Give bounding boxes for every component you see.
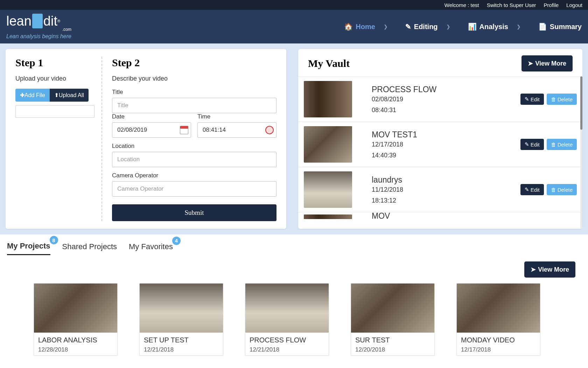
profile-link[interactable]: Profile <box>544 2 559 8</box>
arrow-right-circle-icon: ➤ <box>531 266 536 273</box>
logo[interactable]: leandit® .com Lean analysis begins here <box>6 14 71 40</box>
projects-section: My Projects 8 Shared Projects My Favorit… <box>0 234 588 363</box>
chevron-right-icon[interactable]: ❯ <box>384 24 388 29</box>
vault-item[interactable]: MOV TEST1 12/17/2018 14:40:39 ✎ Edit 🗑 D… <box>298 122 582 167</box>
film-icon <box>32 14 43 28</box>
trash-icon: 🗑 <box>551 142 556 148</box>
time-label: Time <box>197 113 276 120</box>
edit-button[interactable]: ✎ Edit <box>520 139 544 150</box>
vault-item-time: 18:13:12 <box>372 197 520 204</box>
tab-my-favorites[interactable]: My Favorites 4 <box>129 239 173 255</box>
switch-user-link[interactable]: Switch to Super User <box>487 2 536 8</box>
add-file-button[interactable]: ✚ Add File <box>15 89 50 102</box>
project-card[interactable]: MONDAY VIDEO 12/17/2018 <box>456 283 540 356</box>
upload-icon: ⬆ <box>54 92 59 98</box>
project-thumbnail <box>351 284 434 333</box>
edit-icon: ✎ <box>405 22 411 31</box>
step1-subtitle: Upload your video <box>15 75 94 82</box>
badge: 8 <box>50 236 58 244</box>
chevron-right-icon[interactable]: ❯ <box>446 24 450 29</box>
pencil-icon: ✎ <box>525 96 529 102</box>
clock-icon[interactable] <box>265 126 274 134</box>
project-date: 12/17/2018 <box>461 346 536 353</box>
title-input[interactable] <box>112 98 276 113</box>
operator-label: Camera Operator <box>112 172 276 179</box>
trash-icon: 🗑 <box>551 96 556 102</box>
chevron-right-icon[interactable]: ❯ <box>517 24 521 29</box>
home-icon: 🏠 <box>344 22 353 31</box>
operator-input[interactable] <box>112 181 276 197</box>
project-thumbnail <box>140 284 223 333</box>
project-thumbnail <box>457 284 540 333</box>
vault-item[interactable]: PROCESS FLOW 02/08/2019 08:40:31 ✎ Edit … <box>298 76 582 122</box>
nav-analysis[interactable]: 📊Analysis <box>468 22 508 31</box>
vault-item[interactable]: MOV <box>298 212 582 219</box>
time-input[interactable] <box>197 122 276 138</box>
vault-item-time: 08:40:31 <box>372 107 520 114</box>
scrollbar[interactable] <box>580 76 582 229</box>
date-input[interactable] <box>112 122 191 138</box>
calendar-icon[interactable] <box>180 126 188 134</box>
vault-item-date: 11/12/2018 <box>372 186 520 193</box>
welcome-text: Welcome : test <box>444 2 479 8</box>
logout-link[interactable]: Logout <box>566 2 582 8</box>
location-label: Location <box>112 143 276 150</box>
edit-button[interactable]: ✎ Edit <box>520 94 544 105</box>
project-title: SUR TEST <box>355 336 430 344</box>
tabs: My Projects 8 Shared Projects My Favorit… <box>7 238 581 255</box>
trash-icon: 🗑 <box>551 187 556 193</box>
vault-view-more-button[interactable]: ➤View More <box>522 55 573 71</box>
project-card[interactable]: SUR TEST 12/20/2018 <box>351 283 435 356</box>
location-input[interactable] <box>112 152 276 167</box>
title-label: Title <box>112 89 276 96</box>
pencil-icon: ✎ <box>525 141 529 148</box>
vault-item-name: PROCESS FLOW <box>372 85 520 94</box>
vault-list[interactable]: PROCESS FLOW 02/08/2019 08:40:31 ✎ Edit … <box>298 76 582 229</box>
vault-item-name: MOV TEST1 <box>372 130 520 139</box>
vault-thumbnail <box>304 171 352 208</box>
plus-icon: ✚ <box>20 92 24 98</box>
vault-item-time: 14:40:39 <box>372 152 520 159</box>
vault-card: My Vault ➤View More PROCESS FLOW 02/08/2… <box>298 49 582 229</box>
project-date: 12/21/2018 <box>144 346 219 353</box>
project-title: LABOR ANALYSIS <box>38 336 113 344</box>
project-date: 12/21/2018 <box>250 346 324 353</box>
nav-editing[interactable]: ✎Editing <box>405 22 438 31</box>
project-card[interactable]: PROCESS FLOW 12/21/2018 <box>245 283 329 356</box>
navbar: leandit® .com Lean analysis begins here … <box>0 10 588 43</box>
project-title: SET UP TEST <box>144 336 219 344</box>
nav-summary[interactable]: 📄Summary <box>538 22 582 31</box>
project-card[interactable]: LABOR ANALYSIS 12/28/2018 <box>34 283 118 356</box>
arrow-right-circle-icon: ➤ <box>528 60 533 67</box>
nav-home[interactable]: 🏠Home <box>344 22 375 31</box>
step2-title: Step 2 <box>112 57 276 69</box>
date-label: Date <box>112 113 191 120</box>
file-list <box>15 105 94 118</box>
topbar: Welcome : test Switch to Super User Prof… <box>0 0 588 10</box>
vault-item[interactable]: laundrys 11/12/2018 18:13:12 ✎ Edit 🗑 De… <box>298 167 582 212</box>
project-card[interactable]: SET UP TEST 12/21/2018 <box>139 283 223 356</box>
delete-button[interactable]: 🗑 Delete <box>547 94 577 105</box>
vault-item-date: 12/17/2018 <box>372 141 520 148</box>
vault-item-name: laundrys <box>372 175 520 185</box>
edit-button[interactable]: ✎ Edit <box>520 184 544 195</box>
tab-my-projects[interactable]: My Projects 8 <box>7 238 50 255</box>
upload-all-button[interactable]: ⬆ Upload All <box>50 89 89 102</box>
project-title: PROCESS FLOW <box>250 336 324 344</box>
delete-button[interactable]: 🗑 Delete <box>547 139 577 150</box>
delete-button[interactable]: 🗑 Delete <box>547 184 577 195</box>
step2-subtitle: Describe your video <box>112 75 276 82</box>
project-date: 12/20/2018 <box>355 346 430 353</box>
project-thumbnail <box>245 284 329 333</box>
step1-title: Step 1 <box>15 57 94 69</box>
submit-button[interactable]: Submit <box>112 204 276 221</box>
tab-shared-projects[interactable]: Shared Projects <box>62 239 117 255</box>
document-icon: 📄 <box>538 22 547 31</box>
project-thumbnail <box>34 284 117 333</box>
pencil-icon: ✎ <box>525 186 529 193</box>
vault-thumbnail <box>304 81 352 117</box>
project-title: MONDAY VIDEO <box>461 336 536 344</box>
chart-icon: 📊 <box>468 22 477 31</box>
projects-view-more-button[interactable]: ➤View More <box>524 261 575 278</box>
vault-thumbnail <box>304 214 352 219</box>
